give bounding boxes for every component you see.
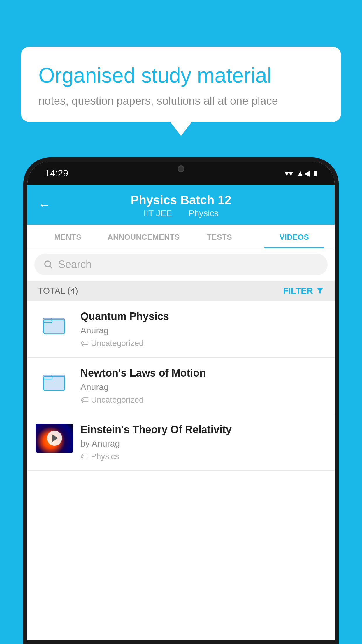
- video-folder-icon: [36, 367, 73, 396]
- header-subtitle: IIT JEE Physics: [39, 208, 323, 218]
- svg-rect-10: [44, 377, 52, 379]
- tab-announcements[interactable]: ANNOUNCEMENTS: [105, 225, 182, 248]
- tab-ments[interactable]: MENTS: [30, 225, 105, 248]
- filter-button[interactable]: FILTER: [283, 286, 324, 296]
- phone-status-icons: ▾▾ ▲◀ ▮: [285, 169, 317, 178]
- video-info: Newton's Laws of Motion Anurag 🏷 Uncateg…: [80, 367, 326, 405]
- filter-icon: [316, 287, 324, 295]
- video-title: Quantum Physics: [80, 310, 326, 323]
- video-folder-icon: [36, 310, 73, 340]
- search-bar[interactable]: Search: [34, 254, 328, 275]
- tag-label: Uncategorized: [91, 395, 144, 405]
- thumbnail-image: [36, 424, 73, 453]
- play-triangle-icon: [52, 434, 58, 442]
- speech-bubble-subtitle: notes, question papers, solutions all at…: [38, 95, 324, 107]
- search-icon: [43, 259, 54, 270]
- back-button[interactable]: ←: [38, 198, 51, 211]
- app-header: ← Physics Batch 12 IIT JEE Physics: [27, 185, 335, 225]
- phone-notch: [158, 162, 204, 176]
- total-count: TOTAL (4): [38, 286, 78, 296]
- svg-point-0: [45, 261, 51, 267]
- header-subtitle-part1: IIT JEE: [143, 208, 172, 218]
- signal-icon: ▲◀: [296, 169, 310, 178]
- search-bar-container: Search: [27, 249, 335, 281]
- video-info: Quantum Physics Anurag 🏷 Uncategorized: [80, 310, 326, 348]
- svg-marker-2: [317, 288, 323, 294]
- video-tag: 🏷 Uncategorized: [80, 338, 326, 348]
- tag-label: Uncategorized: [91, 339, 144, 348]
- video-tag: 🏷 Physics: [80, 452, 326, 461]
- phone-camera: [178, 165, 184, 172]
- speech-bubble: Organised study material notes, question…: [21, 47, 341, 122]
- svg-rect-6: [44, 320, 52, 323]
- list-item[interactable]: Newton's Laws of Motion Anurag 🏷 Uncateg…: [27, 358, 335, 414]
- filter-label: FILTER: [283, 286, 313, 296]
- video-tag: 🏷 Uncategorized: [80, 395, 326, 405]
- tag-icon: 🏷: [80, 338, 89, 348]
- video-title: Newton's Laws of Motion: [80, 367, 326, 379]
- phone-frame: 14:29 ▾▾ ▲◀ ▮ ← Physics Batch 12 IIT JEE…: [23, 158, 339, 644]
- list-item[interactable]: Einstein's Theory Of Relativity by Anura…: [27, 414, 335, 471]
- battery-icon: ▮: [313, 169, 317, 177]
- play-button[interactable]: [47, 430, 62, 446]
- list-item[interactable]: Quantum Physics Anurag 🏷 Uncategorized: [27, 301, 335, 358]
- tabs-bar: MENTS ANNOUNCEMENTS TESTS VIDEOS: [27, 225, 335, 249]
- svg-line-1: [50, 266, 52, 268]
- tab-videos[interactable]: VIDEOS: [257, 225, 332, 248]
- header-title: Physics Batch 12: [39, 193, 323, 207]
- video-author: Anurag: [80, 382, 326, 392]
- wifi-icon: ▾▾: [285, 169, 293, 178]
- search-placeholder: Search: [58, 258, 92, 271]
- video-list: Quantum Physics Anurag 🏷 Uncategorized: [27, 301, 335, 471]
- header-subtitle-part2: Physics: [188, 208, 218, 218]
- tag-icon: 🏷: [80, 452, 89, 461]
- phone-time: 14:29: [45, 168, 68, 179]
- tag-label: Physics: [91, 452, 119, 461]
- speech-bubble-title: Organised study material: [38, 63, 324, 88]
- video-info: Einstein's Theory Of Relativity by Anura…: [80, 424, 326, 461]
- filter-bar: TOTAL (4) FILTER: [27, 281, 335, 301]
- video-title: Einstein's Theory Of Relativity: [80, 424, 326, 436]
- status-bar: 14:29 ▾▾ ▲◀ ▮: [27, 162, 335, 185]
- video-author: Anurag: [80, 326, 326, 335]
- tab-tests[interactable]: TESTS: [182, 225, 257, 248]
- tag-icon: 🏷: [80, 395, 89, 405]
- video-author: by Anurag: [80, 439, 326, 449]
- video-thumbnail: [36, 424, 73, 453]
